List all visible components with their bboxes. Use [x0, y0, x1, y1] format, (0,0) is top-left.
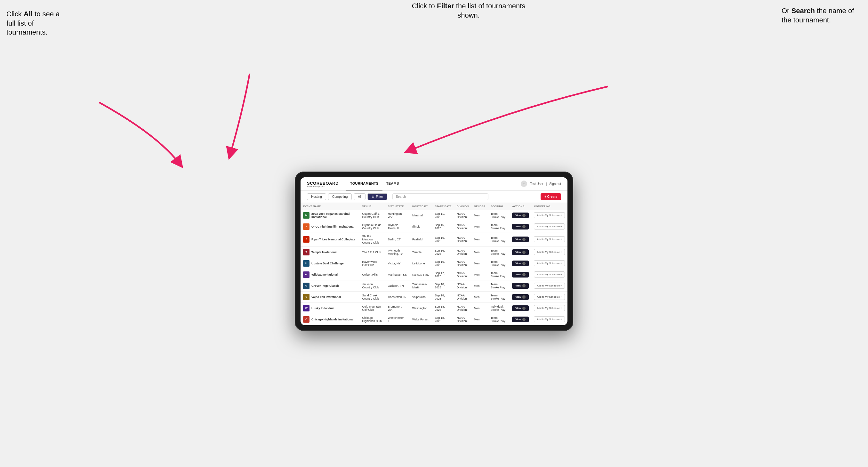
scoring-cell-6: Team, Stroke Play: [488, 280, 510, 291]
gender-cell-1: Men: [471, 221, 488, 232]
info-icon-1: i: [522, 225, 526, 228]
gender-cell-9: Men: [471, 314, 488, 325]
gender-cell-2: Men: [471, 232, 488, 246]
add-schedule-btn-5[interactable]: Add to My Schedule +: [534, 272, 565, 278]
competing-cell-2: Add to My Schedule +: [531, 232, 567, 246]
venue-cell-0: Guyan Golf & Country Club: [360, 210, 385, 221]
filter-label: Filter: [376, 195, 383, 198]
view-btn-3[interactable]: View i: [512, 249, 529, 255]
start-date-cell-0: Sep 11, 2023: [432, 210, 454, 221]
filter-icon-btn[interactable]: ⚙ Filter: [367, 193, 387, 200]
info-icon-2: i: [522, 238, 526, 241]
event-name-text-8: Husky Individual: [311, 307, 335, 310]
view-btn-9[interactable]: View i: [512, 317, 529, 322]
logo-area: SCOREBOARD Powered by clippd: [307, 180, 339, 188]
event-name-cell-2: F Ryan T. Lee Memorial Collegiate: [301, 232, 360, 246]
competing-cell-1: Add to My Schedule +: [531, 221, 567, 232]
event-name-text-5: Wildcat Invitational: [311, 273, 338, 276]
team-logo-5: W: [303, 272, 310, 278]
col-competing: COMPETING: [531, 203, 567, 210]
start-date-cell-6: Sep 18, 2023: [432, 280, 454, 291]
col-scoring: SCORING: [488, 203, 510, 210]
team-logo-3: T: [303, 249, 310, 255]
search-box: [393, 193, 539, 200]
view-btn-2[interactable]: View i: [512, 237, 529, 242]
view-btn-0[interactable]: View i: [512, 213, 529, 218]
gender-cell-5: Men: [471, 269, 488, 280]
table-header-row: EVENT NAME VENUE CITY, STATE HOSTED BY S…: [301, 203, 567, 210]
event-name-cell-5: W Wildcat Invitational: [301, 269, 360, 280]
add-schedule-btn-2[interactable]: Add to My Schedule +: [534, 236, 565, 242]
competing-cell-0: Add to My Schedule +: [531, 210, 567, 221]
add-schedule-btn-9[interactable]: Add to My Schedule +: [534, 316, 565, 322]
col-hosted-by: HOSTED BY: [410, 203, 432, 210]
actions-cell-5: View i: [509, 269, 531, 280]
team-logo-9: C: [303, 316, 310, 323]
view-btn-1[interactable]: View i: [512, 224, 529, 229]
search-input[interactable]: [393, 193, 488, 200]
city-state-cell-4: Victor, NY: [385, 258, 410, 269]
info-icon-0: i: [522, 214, 526, 217]
add-schedule-btn-8[interactable]: Add to My Schedule +: [534, 305, 565, 311]
division-cell-9: NCAADivision I: [454, 314, 471, 325]
division-cell-2: NCAADivision I: [454, 232, 471, 246]
filter-icon: ⚙: [372, 195, 374, 198]
start-date-cell-9: Sep 18, 2023: [432, 314, 454, 325]
event-name-text-4: Upstate Dual Challenge: [311, 262, 344, 265]
view-btn-6[interactable]: View i: [512, 283, 529, 289]
city-state-cell-0: Huntington, WV: [385, 210, 410, 221]
table-row: T Temple Invitational The 1912 Club Plym…: [301, 246, 567, 258]
city-state-cell-5: Manhattan, KS: [385, 269, 410, 280]
col-start-date: START DATE: [432, 203, 454, 210]
separator: |: [546, 182, 547, 186]
hosting-filter-btn[interactable]: Hosting: [307, 193, 326, 200]
add-schedule-btn-7[interactable]: Add to My Schedule +: [534, 294, 565, 300]
gender-cell-0: Men: [471, 210, 488, 221]
scoring-cell-8: Individual, Stroke Play: [488, 303, 510, 314]
add-schedule-btn-6[interactable]: Add to My Schedule +: [534, 283, 565, 289]
add-schedule-btn-3[interactable]: Add to My Schedule +: [534, 249, 565, 255]
team-logo-4: U: [303, 260, 310, 267]
venue-cell-8: Gold Mountain Golf Club: [360, 303, 385, 314]
sign-out-link[interactable]: Sign out: [549, 182, 561, 186]
info-icon-3: i: [522, 251, 526, 254]
scoring-cell-3: Team, Stroke Play: [488, 246, 510, 258]
info-icon-5: i: [522, 273, 526, 276]
view-btn-5[interactable]: View i: [512, 272, 529, 278]
add-schedule-btn-0[interactable]: Add to My Schedule +: [534, 212, 565, 218]
start-date-cell-8: Sep 18, 2023: [432, 303, 454, 314]
event-name-cell-6: G Grover Page Classic: [301, 280, 360, 291]
actions-cell-9: View i: [509, 314, 531, 325]
team-logo-2: F: [303, 236, 310, 243]
hosted-by-cell-7: Valparaiso: [410, 291, 432, 303]
nav-tab-tournaments[interactable]: TOURNAMENTS: [346, 177, 382, 191]
view-btn-8[interactable]: View i: [512, 305, 529, 311]
hosted-by-cell-6: Tennessee-Martin: [410, 280, 432, 291]
all-filter-btn[interactable]: All: [354, 193, 366, 200]
create-btn[interactable]: + Create: [540, 193, 561, 200]
annotation-search: Or Search the name of the tournament.: [782, 6, 865, 25]
view-btn-7[interactable]: View i: [512, 294, 529, 300]
team-logo-1: I: [303, 223, 310, 230]
venue-cell-7: Sand Creek Country Club: [360, 291, 385, 303]
actions-cell-7: View i: [509, 291, 531, 303]
view-btn-4[interactable]: View i: [512, 260, 529, 266]
hosted-by-cell-9: Wake Forest: [410, 314, 432, 325]
scoring-cell-4: Team, Stroke Play: [488, 258, 510, 269]
tournaments-table: EVENT NAME VENUE CITY, STATE HOSTED BY S…: [301, 203, 567, 325]
city-state-cell-1: Olympia Fields, IL: [385, 221, 410, 232]
competing-filter-btn[interactable]: Competing: [328, 193, 352, 200]
user-label: Test User: [530, 182, 543, 186]
event-name-text-0: 2023 Joe Feaganes Marshall Invitational: [311, 212, 357, 219]
event-name-cell-8: W Husky Individual: [301, 303, 360, 314]
add-schedule-btn-4[interactable]: Add to My Schedule +: [534, 260, 565, 266]
add-schedule-btn-1[interactable]: Add to My Schedule +: [534, 223, 565, 229]
venue-cell-2: Shuttle Meadow Country Club: [360, 232, 385, 246]
actions-cell-3: View i: [509, 246, 531, 258]
nav-tab-teams[interactable]: TEAMS: [382, 177, 403, 191]
table-row: G Grover Page Classic Jackson Country Cl…: [301, 280, 567, 291]
app-header: SCOREBOARD Powered by clippd TOURNAMENTS…: [301, 177, 567, 191]
hosted-by-cell-5: Kansas State: [410, 269, 432, 280]
info-icon-4: i: [522, 262, 526, 265]
gender-cell-7: Men: [471, 291, 488, 303]
